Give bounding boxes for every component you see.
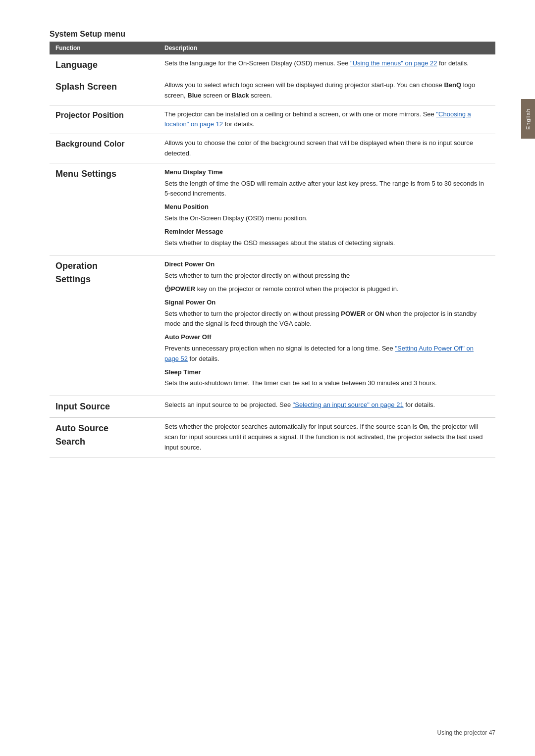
description-header: Description bbox=[159, 42, 495, 54]
sidebar-english-label: English bbox=[521, 99, 535, 139]
text-direct-power-on-1: Sets whether to turn the projector direc… bbox=[164, 271, 489, 281]
function-operation-settings: OperationSettings bbox=[50, 255, 159, 396]
text-sleep-timer: Sets the auto-shutdown timer. The timer … bbox=[164, 378, 489, 389]
desc-language: Sets the language for the On-Screen Disp… bbox=[159, 54, 495, 76]
link-auto-power-off[interactable]: "Setting Auto Power Off" on page 52 bbox=[164, 345, 474, 362]
function-projector-position: Projector Position bbox=[50, 105, 159, 134]
text-menu-position: Sets the On-Screen Display (OSD) menu po… bbox=[164, 213, 489, 224]
footer-text: Using the projector 47 bbox=[437, 729, 495, 736]
desc-menu-settings: Menu Display Time Sets the length of tim… bbox=[159, 163, 495, 255]
system-setup-table: Function Description Language Sets the l… bbox=[50, 42, 495, 457]
text-auto-power-off: Prevents unnecessary projection when no … bbox=[164, 344, 489, 364]
table-row: Splash Screen Allows you to select which… bbox=[50, 76, 495, 105]
sub-sleep-timer: Sleep Timer bbox=[164, 367, 489, 378]
table-row: Input Source Selects an input source to … bbox=[50, 396, 495, 418]
desc-background-color: Allows you to choose the color of the ba… bbox=[159, 134, 495, 163]
table-row: Menu Settings Menu Display Time Sets the… bbox=[50, 163, 495, 255]
function-header: Function bbox=[50, 42, 159, 54]
text-direct-power-on-2: ⏻POWER key on the projector or remote co… bbox=[164, 284, 489, 295]
sub-reminder-message: Reminder Message bbox=[164, 227, 489, 237]
table-row: Background Color Allows you to choose th… bbox=[50, 134, 495, 163]
power-icon: ⏻ bbox=[164, 285, 171, 293]
sub-auto-power-off: Auto Power Off bbox=[164, 332, 489, 343]
text-signal-power-on: Sets whether to turn the projector direc… bbox=[164, 309, 489, 330]
desc-splash-screen: Allows you to select which logo screen w… bbox=[159, 76, 495, 105]
sub-signal-power-on: Signal Power On bbox=[164, 298, 489, 308]
function-auto-source-search: Auto SourceSearch bbox=[50, 418, 159, 457]
text-reminder-message: Sets whether to display the OSD messages… bbox=[164, 238, 489, 249]
table-row: Language Sets the language for the On-Sc… bbox=[50, 54, 495, 76]
sub-menu-display-time: Menu Display Time bbox=[164, 167, 489, 178]
table-row: Auto SourceSearch Sets whether the proje… bbox=[50, 418, 495, 457]
table-row: OperationSettings Direct Power On Sets w… bbox=[50, 255, 495, 396]
function-splash-screen: Splash Screen bbox=[50, 76, 159, 105]
link-selecting-input-source[interactable]: "Selecting an input source" on page 21 bbox=[293, 401, 404, 408]
table-row: Projector Position The projector can be … bbox=[50, 105, 495, 134]
function-background-color: Background Color bbox=[50, 134, 159, 163]
desc-auto-source-search: Sets whether the projector searches auto… bbox=[159, 418, 495, 457]
page-container: English System Setup menu Function Descr… bbox=[0, 0, 535, 756]
table-header-row: Function Description bbox=[50, 42, 495, 54]
desc-operation-settings: Direct Power On Sets whether to turn the… bbox=[159, 255, 495, 396]
function-input-source: Input Source bbox=[50, 396, 159, 418]
text-menu-display-time: Sets the length of time the OSD will rem… bbox=[164, 179, 489, 200]
section-title: System Setup menu bbox=[50, 30, 495, 39]
sub-menu-position: Menu Position bbox=[164, 202, 489, 212]
link-choosing-location[interactable]: "Choosing a location" on page 12 bbox=[164, 110, 471, 128]
link-using-menus[interactable]: "Using the menus" on page 22 bbox=[350, 59, 437, 67]
desc-projector-position: The projector can be installed on a ceil… bbox=[159, 105, 495, 134]
function-language: Language bbox=[50, 54, 159, 76]
desc-input-source: Selects an input source to be projected.… bbox=[159, 396, 495, 418]
function-menu-settings: Menu Settings bbox=[50, 163, 159, 255]
sub-direct-power-on: Direct Power On bbox=[164, 259, 489, 270]
